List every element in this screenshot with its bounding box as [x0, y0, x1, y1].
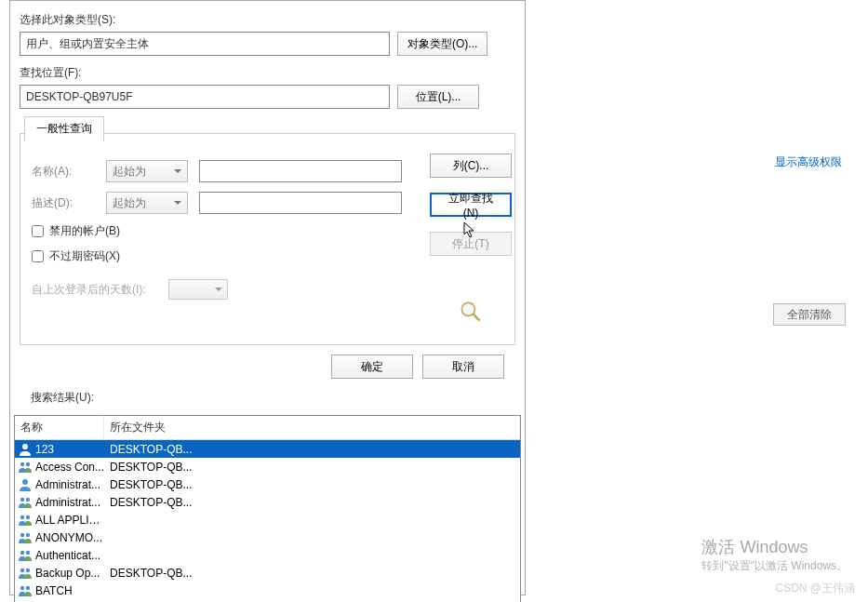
- object-types-button[interactable]: 对象类型(O)...: [397, 32, 487, 56]
- result-name: Backup Op...: [35, 567, 106, 580]
- group-icon: [18, 548, 33, 563]
- result-row[interactable]: Backup Op...DESKTOP-QB...: [15, 564, 520, 582]
- group-icon: [18, 495, 33, 510]
- svg-point-6: [22, 479, 28, 485]
- svg-point-11: [20, 532, 24, 536]
- result-folder: DESKTOP-QB...: [106, 567, 520, 580]
- object-type-field[interactable]: 用户、组或内置安全主体: [20, 32, 390, 56]
- result-name: Administrat...: [35, 496, 106, 509]
- result-name: Administrat...: [35, 478, 106, 491]
- select-user-dialog: 选择此对象类型(S): 用户、组或内置安全主体 对象类型(O)... 查找位置(…: [9, 0, 526, 595]
- group-icon: [18, 460, 33, 475]
- result-name: ALL APPLIC...: [35, 514, 106, 527]
- days-since-login-combo[interactable]: [168, 279, 228, 300]
- svg-point-8: [26, 497, 30, 501]
- activate-subtitle: 转到"设置"以激活 Windows。: [701, 558, 848, 574]
- non-expiring-password-check[interactable]: [32, 250, 44, 262]
- group-icon: [18, 566, 33, 581]
- result-row[interactable]: Access Con...DESKTOP-QB...: [15, 458, 520, 475]
- svg-line-1: [474, 314, 480, 321]
- show-advanced-permissions-link[interactable]: 显示高级权限: [775, 154, 842, 170]
- result-row[interactable]: ANONYMO...: [15, 528, 520, 546]
- svg-point-2: [463, 304, 474, 314]
- svg-point-15: [20, 568, 24, 571]
- user-icon: [18, 477, 33, 492]
- result-name: ANONYMO...: [35, 531, 106, 544]
- clear-all-button[interactable]: 全部清除: [773, 303, 846, 326]
- result-row[interactable]: Administrat...DESKTOP-QB...: [15, 493, 520, 511]
- name-label: 名称(A):: [32, 164, 95, 180]
- result-row[interactable]: Authenticat...: [15, 546, 520, 564]
- stop-button: 停止(T): [430, 232, 512, 256]
- svg-point-3: [22, 444, 28, 449]
- find-now-button[interactable]: 立即查找(N): [430, 193, 512, 217]
- svg-point-16: [26, 568, 30, 571]
- svg-point-9: [20, 515, 24, 518]
- location-label: 查找位置(F):: [20, 65, 515, 81]
- name-match-combo[interactable]: 起始为: [106, 160, 188, 182]
- search-results-list[interactable]: 名称 所在文件夹 123DESKTOP-QB...Access Con...DE…: [14, 415, 521, 602]
- name-input[interactable]: [199, 160, 402, 182]
- cancel-button[interactable]: 取消: [422, 355, 504, 379]
- column-folder[interactable]: 所在文件夹: [104, 416, 520, 439]
- user-icon: [18, 442, 33, 457]
- background-panel: 显示高级权限 全部清除 激活 Windows 转到"设置"以激活 Windows…: [533, 0, 868, 602]
- svg-point-4: [20, 462, 24, 465]
- svg-point-14: [26, 550, 30, 554]
- group-icon: [18, 530, 33, 545]
- svg-point-17: [20, 585, 24, 589]
- csdn-watermark: CSDN @王伟涵: [775, 581, 855, 596]
- object-type-label: 选择此对象类型(S):: [20, 12, 515, 28]
- result-row[interactable]: BATCH: [15, 582, 520, 599]
- result-row[interactable]: Administrat...DESKTOP-QB...: [15, 475, 520, 493]
- search-results-label: 搜索结果(U):: [20, 384, 515, 409]
- group-icon: [18, 513, 33, 528]
- svg-point-10: [26, 515, 30, 518]
- result-row[interactable]: 123DESKTOP-QB...: [15, 440, 520, 458]
- columns-button[interactable]: 列(C)...: [430, 154, 512, 178]
- svg-point-18: [26, 585, 30, 589]
- description-match-combo[interactable]: 起始为: [106, 192, 188, 214]
- disabled-accounts-check[interactable]: [32, 225, 44, 237]
- result-folder: DESKTOP-QB...: [106, 478, 520, 491]
- svg-point-5: [26, 462, 30, 465]
- search-icon: [458, 299, 484, 325]
- locations-button[interactable]: 位置(L)...: [397, 85, 479, 109]
- result-folder: DESKTOP-QB...: [106, 496, 520, 509]
- result-row[interactable]: ALL APPLIC...: [15, 511, 520, 528]
- days-since-login-label: 自上次登录后的天数(I):: [32, 282, 146, 298]
- ok-button[interactable]: 确定: [331, 355, 413, 379]
- activate-title: 激活 Windows: [701, 536, 848, 558]
- result-name: 123: [35, 443, 106, 456]
- svg-point-13: [20, 550, 24, 554]
- result-folder: DESKTOP-QB...: [106, 443, 520, 456]
- result-folder: DESKTOP-QB...: [106, 461, 520, 474]
- activate-windows-notice: 激活 Windows 转到"设置"以激活 Windows。: [701, 536, 848, 574]
- result-name: Authenticat...: [35, 549, 106, 562]
- svg-point-7: [20, 497, 24, 501]
- column-name[interactable]: 名称: [15, 416, 104, 439]
- general-query-tab[interactable]: 一般性查询: [24, 116, 104, 141]
- description-label: 描述(D):: [32, 195, 95, 211]
- svg-point-12: [26, 532, 30, 536]
- group-icon: [18, 583, 33, 598]
- description-input[interactable]: [199, 192, 402, 214]
- result-name: Access Con...: [35, 461, 106, 474]
- location-field[interactable]: DESKTOP-QB97U5F: [20, 85, 390, 109]
- result-name: BATCH: [35, 584, 106, 597]
- results-header[interactable]: 名称 所在文件夹: [15, 416, 520, 440]
